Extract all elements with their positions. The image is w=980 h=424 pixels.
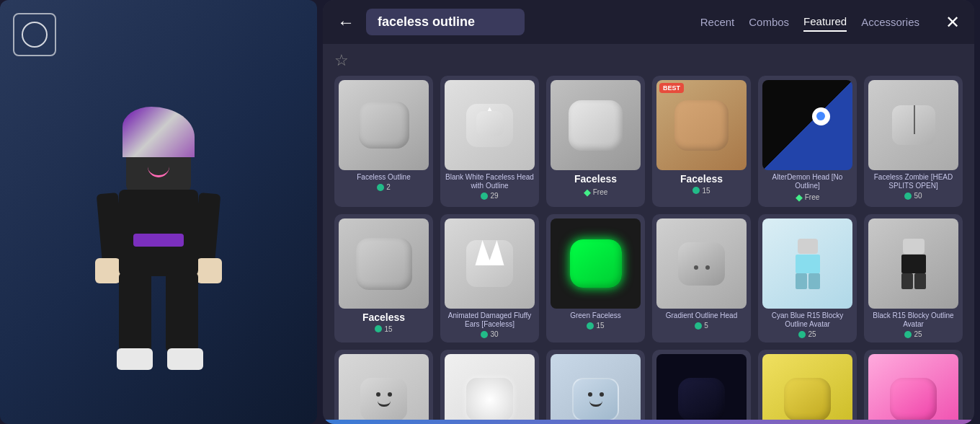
robux-icon xyxy=(692,187,700,194)
avatar-frame-icon xyxy=(22,22,48,48)
black-legs xyxy=(901,273,926,289)
char-hand-left xyxy=(95,258,120,283)
item-price-faceless-outline: 2 xyxy=(377,183,391,191)
item-thumbnail-black-blocky xyxy=(868,218,958,309)
pink-shape xyxy=(890,378,937,420)
robux-icon xyxy=(904,193,912,200)
robux-icon xyxy=(695,322,702,330)
item-card-row3-3[interactable] xyxy=(546,350,645,420)
item-card-faceless-best[interactable]: BEST Faceless 15 xyxy=(652,76,751,207)
item-card-row3-4[interactable] xyxy=(652,350,751,420)
item-price-zombie: 50 xyxy=(904,192,922,200)
faceless-015-shape xyxy=(356,238,412,290)
item-price-blank-white: 29 xyxy=(481,192,498,200)
char-leg-left xyxy=(119,273,151,352)
black-body xyxy=(901,255,926,273)
item-thumbnail-green-faceless xyxy=(551,218,641,309)
item-card-black-blocky[interactable]: Black R15 Blocky Outline Avatar 25 xyxy=(864,214,963,343)
close-button[interactable]: ✕ xyxy=(945,12,960,32)
gradient-head-shape xyxy=(678,242,725,286)
ears-shape xyxy=(466,240,513,287)
item-thumbnail-gradient-outline xyxy=(656,218,747,309)
item-card-blank-white[interactable]: Blank White Faceless Head with Outline 2… xyxy=(440,76,539,207)
robux-icon xyxy=(377,184,384,191)
smiley-mouth xyxy=(589,401,602,407)
fuzzy-white-shape xyxy=(466,378,513,420)
item-thumbnail-cyan-blocky xyxy=(762,218,852,309)
shop-grid-area[interactable]: ☆ Faceless Outline 2 xyxy=(323,44,974,420)
item-name-zombie: Faceless Zombie [HEAD SPLITS OPEN] xyxy=(868,173,958,190)
faceless-shape xyxy=(359,102,409,149)
item-thumbnail-row3-4 xyxy=(656,354,747,420)
back-button[interactable]: ← xyxy=(337,12,355,32)
item-card-gradient-outline[interactable]: Gradient Outline Head 5 xyxy=(652,214,751,343)
item-thumbnail-row3-2 xyxy=(445,354,535,420)
item-card-row3-1[interactable] xyxy=(334,350,433,420)
item-card-row3-2[interactable] xyxy=(440,350,539,420)
robux-icon xyxy=(587,322,594,330)
item-price-gradient-outline: 5 xyxy=(695,322,708,330)
item-card-row3-6[interactable] xyxy=(864,350,963,420)
smiley-eye-right xyxy=(600,392,604,397)
item-card-zombie[interactable]: Faceless Zombie [HEAD SPLITS OPEN] 50 xyxy=(864,76,963,207)
char-foot-left xyxy=(117,348,153,370)
item-name-animated-ears: Animated Damaged Fluffy Ears [Faceless] xyxy=(445,312,535,329)
black-leg-right xyxy=(914,273,926,289)
tab-combos[interactable]: Combos xyxy=(749,13,789,31)
item-card-cyan-blocky[interactable]: Cyan Blue R15 Blocky Outline Avatar 25 xyxy=(758,214,857,343)
item-thumbnail-animated-ears xyxy=(445,218,535,309)
item-thumbnail-alterdemon xyxy=(762,80,852,170)
tab-featured[interactable]: Featured xyxy=(803,12,847,32)
item-thumbnail-row3-6 xyxy=(868,354,958,420)
favorite-star-icon[interactable]: ☆ xyxy=(334,51,963,70)
avatar-figure xyxy=(79,107,238,381)
item-card-green-faceless[interactable]: Green Faceless 15 xyxy=(546,214,645,343)
blank-white-shape xyxy=(466,104,513,147)
item-name-black-blocky: Black R15 Blocky Outline Avatar xyxy=(868,312,958,329)
smiley-eyes xyxy=(588,392,604,397)
robux-icon xyxy=(375,325,382,332)
item-card-faceless-outline[interactable]: Faceless Outline 2 xyxy=(334,76,433,207)
item-thumbnail-row3-3 xyxy=(551,354,641,420)
black-head xyxy=(903,239,925,255)
smiley-eye-left xyxy=(588,392,592,397)
shop-header: ← faceless outline Recent Combos Feature… xyxy=(323,0,974,44)
cyan-leg-right xyxy=(808,273,820,289)
zombie-head-shape xyxy=(892,105,935,145)
item-price-faceless-free: ◆ Free xyxy=(584,187,608,198)
robux-icon xyxy=(798,331,806,338)
smiley-blue-shape xyxy=(572,378,619,420)
smiley-eyes xyxy=(376,392,392,397)
item-card-faceless-015[interactable]: Faceless 15 xyxy=(334,214,433,343)
item-card-alterdemon[interactable]: AlterDemon Head [No Outline] ◆ Free xyxy=(758,76,857,207)
diamond-icon: ◆ xyxy=(796,192,803,203)
item-thumbnail-faceless-015 xyxy=(339,218,429,309)
item-card-row3-5[interactable] xyxy=(758,350,857,420)
yellow-shape xyxy=(784,378,831,420)
tab-recent[interactable]: Recent xyxy=(700,13,735,31)
item-name-cyan-blocky: Cyan Blue R15 Blocky Outline Avatar xyxy=(762,312,852,329)
tab-accessories[interactable]: Accessories xyxy=(861,13,919,31)
gradient-eyes xyxy=(694,265,710,270)
cyan-blocky-avatar xyxy=(786,239,829,289)
eye-dot-right xyxy=(705,265,710,270)
cyan-body xyxy=(796,255,820,273)
char-leg-right xyxy=(166,273,198,352)
item-name-faceless-outline: Faceless Outline xyxy=(357,173,410,182)
item-card-animated-ears[interactable]: Animated Damaged Fluffy Ears [Faceless] … xyxy=(440,214,539,343)
bottom-strip xyxy=(323,420,974,424)
smiley-gray-shape xyxy=(360,378,407,420)
search-bar[interactable]: faceless outline xyxy=(366,9,525,35)
zombie-crack xyxy=(914,105,915,134)
faceless-free-shape xyxy=(569,100,623,151)
char-mouth xyxy=(148,167,169,177)
cyan-leg-left xyxy=(796,273,807,289)
alterdemon-eye xyxy=(812,107,830,125)
char-torso xyxy=(119,190,198,276)
item-card-faceless-free[interactable]: Faceless ◆ Free xyxy=(546,76,645,207)
item-name-alterdemon: AlterDemon Head [No Outline] xyxy=(762,173,852,190)
avatar-panel xyxy=(0,0,317,424)
diamond-icon: ◆ xyxy=(584,187,591,198)
eye-dot-left xyxy=(694,265,698,270)
item-name-blank-white: Blank White Faceless Head with Outline xyxy=(445,173,535,190)
